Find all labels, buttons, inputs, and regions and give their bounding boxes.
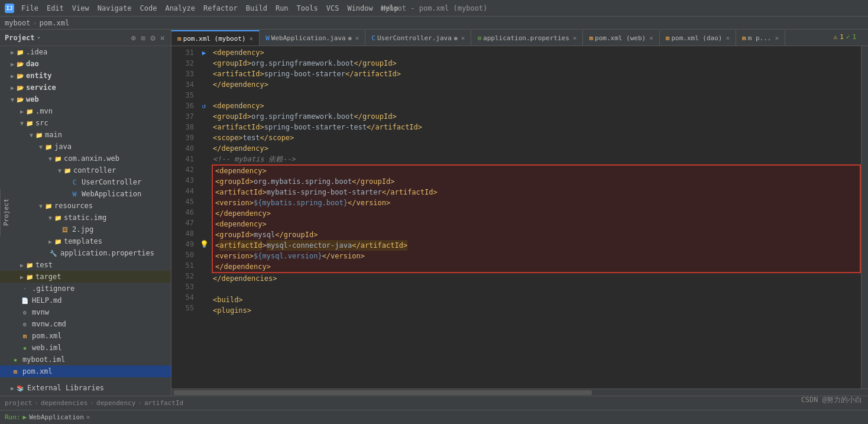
right-scrollbar[interactable] [861,46,868,389]
line-num-40: 40 [171,143,194,154]
menu-edit[interactable]: Edit [43,3,67,14]
tree-arrow-com-anxin: ▼ [48,156,52,162]
menu-analyze[interactable]: Analyze [161,3,199,14]
tree-node-java[interactable]: ▼ 📁 java [0,141,171,153]
line-num-38: 38 [171,122,194,132]
tree-label-webapp: WebApplication [82,190,141,198]
tab-close-pom-myboot[interactable]: × [250,35,254,43]
tree-node-helpmd[interactable]: 📄 HELP.md [0,294,171,306]
sidebar-settings-icon[interactable]: ⚙ [149,32,156,44]
tab-close-userctrl[interactable]: × [461,34,465,42]
code-line-51: </dependency> [213,261,860,272]
tree-node-mybootiml[interactable]: ▪ myboot.iml [0,354,171,365]
tree-node-main[interactable]: ▼ 📁 main [0,129,171,141]
code-content[interactable]: <dependency> <groupId>org.springframewor… [210,46,861,389]
tree-node-pomweb[interactable]: m pom.xml [0,330,171,342]
tree-node-entity[interactable]: ▶ 📂 entity [0,70,171,82]
horizontal-scrollbar[interactable] [171,389,868,396]
tab-pom-myboot[interactable]: m pom.xml (myboot) × [171,30,260,46]
tree-node-templates[interactable]: ▶ 📁 templates [0,235,171,247]
tree-node-static[interactable]: ▼ 📁 static.img [0,212,171,224]
tree-node-2jpg[interactable]: 🖼 2.jpg [0,224,171,235]
tree-node-mvn[interactable]: ▶ 📁 .mvn [0,105,171,117]
tab-pmore[interactable]: m m p... × [736,30,785,46]
line-num-32: 32 [171,58,194,69]
tree-node-mvnwcmd[interactable]: ⚙ mvnw.cmd [0,318,171,330]
xml-icon-pomroot: m [11,367,20,376]
run-app[interactable]: WebApplication [29,413,84,421]
gutter-52 [197,271,210,281]
gutter-reload-36: ↺ [202,102,206,110]
sidebar-collapse-icon[interactable]: ≡ [140,32,147,44]
tree-node-webapp[interactable]: W WebApplication [0,188,171,200]
line-num-42: 42 [171,164,194,175]
ok-icon: ✓ [846,33,850,41]
tree-node-idea[interactable]: ▶ 📁 .idea [0,46,171,58]
tab-close-pomdao[interactable]: × [726,34,730,42]
tree-node-dao[interactable]: ▶ 📂 dao [0,58,171,70]
tree-node-src[interactable]: ▼ 📁 src [0,117,171,129]
tree-node-pomroot[interactable]: m pom.xml [0,365,171,377]
tab-close-pomweb[interactable]: × [649,34,653,42]
folder-icon-idea: 📁 [15,47,25,57]
tree-node-test[interactable]: ▶ 📁 test [0,259,171,271]
tree-node-scratches[interactable]: ▶ ✎ Scratches and Consoles [0,394,171,396]
tree-node-gitignore[interactable]: · .gitignore [0,283,171,294]
line-num-33: 33 [171,69,194,79]
gutter-38 [197,122,210,132]
sidebar-close-icon[interactable]: × [159,32,166,44]
tree-label-controller: controller [73,166,116,174]
tree-node-controller[interactable]: ▼ 📁 controller [0,164,171,176]
code-line-48: <groupId>mysql</groupId> [213,229,860,240]
tree-node-target[interactable]: ▶ 📁 target [0,271,171,283]
tab-userctrl[interactable]: C UserController.java ● × [365,30,471,46]
folder-icon-mvn: 📁 [25,106,34,116]
tab-webapp[interactable]: W WebApplication.java ● × [260,30,365,46]
tab-pomweb[interactable]: m pom.xml (web) × [583,30,659,46]
gutter-48 [197,228,210,239]
tree-label-src: src [35,119,48,127]
tab-pomdao[interactable]: m pom.xml (dao) × [660,30,736,46]
sidebar-locate-icon[interactable]: ⊕ [129,32,137,44]
tree-node-mvnw[interactable]: ⚙ mvnw [0,306,171,318]
project-tab[interactable]: Project [0,189,12,236]
menu-code[interactable]: Code [137,3,161,14]
run-close[interactable]: × [86,413,90,421]
breadcrumb-myboot[interactable]: myboot [5,19,30,27]
gutter-55 [197,303,210,313]
sh-icon-mvnw: ⚙ [20,308,30,317]
tree-node-userctrl[interactable]: C UserController [0,176,171,188]
tab-java-icon-webapp: W [265,34,270,42]
menu-tools[interactable]: Tools [293,3,322,14]
menu-build[interactable]: Build [242,3,271,14]
menu-file[interactable]: File [18,3,42,14]
menu-refactor[interactable]: Refactor [200,3,241,14]
tree-node-com-anxin[interactable]: ▼ 📁 com.anxin.web [0,153,171,164]
watermark: CSDN @努力的小白 [801,395,862,405]
tab-close-appprops[interactable]: × [573,34,577,42]
run-icon: ▶ [23,413,27,421]
breadcrumb-pom[interactable]: pom.xml [40,19,70,27]
menu-vcs[interactable]: VCS [323,3,343,14]
tree-node-appprops[interactable]: 🔧 application.properties [0,247,171,259]
menu-view[interactable]: View [69,3,93,14]
code-line-32: <groupId>org.springframework.boot</group… [210,58,861,69]
menu-navigate[interactable]: Navigate [94,3,135,14]
tree-node-extlibs[interactable]: ▶ 📚 External Libraries [0,382,171,394]
line-num-43: 43 [171,175,194,186]
tree-node-resources[interactable]: ▼ 📁 resources [0,200,171,212]
tree-label-extlibs: External Libraries [27,384,104,392]
tab-appprops[interactable]: ⚙ application.properties × [471,30,583,46]
tree-node-service[interactable]: ▶ 📂 service [0,82,171,93]
tab-close-webapp[interactable]: × [355,34,359,42]
menu-window[interactable]: Window [344,3,376,14]
tree-node-webiml[interactable]: ▪ web.iml [0,342,171,354]
menu-run[interactable]: Run [272,3,292,14]
gutter-43 [197,175,210,186]
sidebar-dropdown-icon[interactable]: ▾ [37,34,41,41]
folder-icon-java: 📁 [44,142,53,151]
tab-close-pmore[interactable]: × [775,34,779,42]
line-num-37: 37 [171,111,194,122]
tree-node-web[interactable]: ▼ 📂 web [0,93,171,105]
folder-icon-templates: 📁 [53,237,63,246]
